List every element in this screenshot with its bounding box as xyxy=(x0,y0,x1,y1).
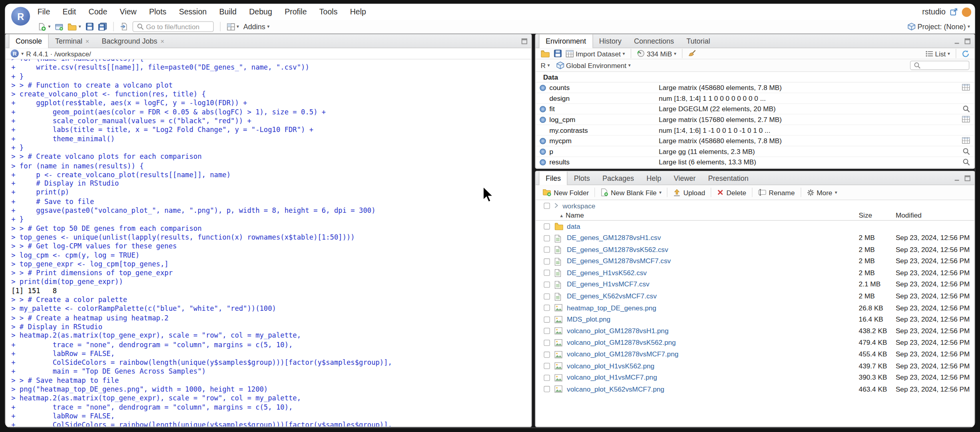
menu-tools[interactable]: Tools xyxy=(319,8,338,16)
minimize-pane-icon[interactable] xyxy=(954,38,960,44)
tab-presentation[interactable]: Presentation xyxy=(702,171,755,184)
menu-view[interactable]: View xyxy=(120,8,137,16)
file-name-link[interactable]: DE_genes_H1vsMCF7.csv xyxy=(567,280,649,288)
file-name-link[interactable]: volcano_plot_K562vsMCF7.png xyxy=(567,385,664,393)
file-checkbox[interactable] xyxy=(544,363,550,369)
file-checkbox[interactable] xyxy=(544,316,550,323)
inspect-object-icon[interactable] xyxy=(962,158,970,166)
file-checkbox[interactable] xyxy=(544,270,550,276)
go-to-file-box[interactable] xyxy=(132,21,213,32)
file-name-link[interactable]: DE_genes_GM12878vsH1.csv xyxy=(567,234,661,242)
menu-file[interactable]: File xyxy=(38,8,50,16)
menu-session[interactable]: Session xyxy=(179,8,207,16)
tab-files[interactable]: Files xyxy=(539,171,568,185)
menu-help[interactable]: Help xyxy=(350,8,366,16)
inspect-object-icon[interactable] xyxy=(962,105,970,113)
file-name-link[interactable]: DE_genes_GM12878vsMCF7.csv xyxy=(567,257,671,265)
file-checkbox[interactable] xyxy=(544,293,550,300)
environment-row[interactable]: designnum [1:8, 1:4] 1 1 0 0 0 0 0 0 0 0… xyxy=(536,93,974,104)
open-in-browser-icon[interactable] xyxy=(950,8,958,16)
file-name-link[interactable]: volcano_plot_GM12878vsMCF7.png xyxy=(567,350,678,358)
column-header-name[interactable]: Name xyxy=(566,212,584,219)
tab-help[interactable]: Help xyxy=(640,171,667,184)
user-avatar[interactable] xyxy=(962,7,971,16)
file-checkbox[interactable] xyxy=(544,328,550,334)
file-name-link[interactable]: volcano_plot_GM12878vsH1.png xyxy=(567,327,668,335)
view-mode-button[interactable]: List ▾ xyxy=(926,50,950,57)
menu-code[interactable]: Code xyxy=(89,8,108,16)
delete-button[interactable]: Delete xyxy=(714,188,749,196)
file-checkbox[interactable] xyxy=(544,340,550,346)
tab-viewer[interactable]: Viewer xyxy=(667,171,702,184)
tab-plots[interactable]: Plots xyxy=(568,171,596,184)
file-checkbox[interactable] xyxy=(544,386,550,392)
maximize-pane-icon[interactable] xyxy=(964,38,971,44)
close-tab-icon[interactable]: × xyxy=(86,37,90,45)
close-tab-icon[interactable]: × xyxy=(160,37,164,45)
environment-row[interactable]: pLarge gg (11 elements, 2.3 MB) xyxy=(536,146,974,157)
new-folder-button[interactable]: New Folder xyxy=(540,188,592,196)
file-checkbox[interactable] xyxy=(544,351,550,358)
view-table-icon[interactable] xyxy=(962,137,970,144)
view-table-icon[interactable] xyxy=(962,84,970,91)
maximize-pane-icon[interactable] xyxy=(964,175,971,182)
environment-row[interactable]: countsLarge matrix (458680 elements, 7.8… xyxy=(536,82,974,93)
file-name-link[interactable]: volcano_plot_H1vsK562.png xyxy=(567,362,654,370)
select-all-checkbox[interactable] xyxy=(544,202,550,209)
language-selector[interactable]: R ▾ xyxy=(541,62,550,69)
tab-console[interactable]: Console xyxy=(9,34,49,48)
refresh-icon[interactable] xyxy=(962,50,970,57)
save-button[interactable] xyxy=(86,22,94,30)
file-checkbox[interactable] xyxy=(544,246,550,253)
new-project-button[interactable] xyxy=(55,22,63,30)
tab-packages[interactable]: Packages xyxy=(596,171,640,184)
project-menu-button[interactable]: Project: (None) ▾ xyxy=(907,22,970,30)
environment-row[interactable]: log_cpmLarge matrix (157680 elements, 2.… xyxy=(536,114,974,125)
save-all-button[interactable] xyxy=(98,22,107,30)
file-checkbox[interactable] xyxy=(544,235,550,241)
open-file-button[interactable]: ▾ xyxy=(68,23,81,30)
tab-terminal[interactable]: Terminal× xyxy=(49,34,96,48)
environment-search-box[interactable] xyxy=(910,61,970,70)
new-blank-file-button[interactable]: New Blank File▾ xyxy=(598,188,665,196)
clear-objects-icon[interactable] xyxy=(688,50,696,58)
breadcrumb-folder[interactable]: workspace xyxy=(562,202,595,209)
upload-button[interactable]: Upload xyxy=(670,188,708,196)
menu-edit[interactable]: Edit xyxy=(63,8,76,16)
environment-scope-selector[interactable]: Global Environment ▾ xyxy=(556,61,631,69)
file-name-link[interactable]: heatmap_top_DE_genes.png xyxy=(567,304,656,311)
file-name-link[interactable]: volcano_plot_GM12878vsK562.png xyxy=(567,339,676,346)
addins-button[interactable]: Addins ▾ xyxy=(243,23,270,30)
tab-history[interactable]: History xyxy=(593,34,627,48)
file-name-link[interactable]: DE_genes_K562vsMCF7.csv xyxy=(567,292,657,300)
file-checkbox[interactable] xyxy=(544,374,550,381)
environment-row[interactable]: resultsLarge list (6 elements, 13.3 MB) xyxy=(536,157,974,168)
column-header-modified[interactable]: Modified xyxy=(896,212,922,219)
r-version-icon[interactable]: R xyxy=(11,50,19,58)
environment-row[interactable]: my.contrastsnum [1:4, 1:6] 1 -1 0 0 1 0 … xyxy=(536,125,974,136)
inspect-object-icon[interactable] xyxy=(962,148,970,155)
tab-tutorial[interactable]: Tutorial xyxy=(680,34,717,48)
rename-button[interactable]: Rename xyxy=(755,188,798,196)
environment-row[interactable]: mycpmLarge matrix (458680 elements, 7.8 … xyxy=(536,136,974,146)
file-checkbox[interactable] xyxy=(544,282,550,288)
load-workspace-icon[interactable] xyxy=(541,50,550,57)
column-header-size[interactable]: Size xyxy=(859,212,872,219)
file-name-link[interactable]: volcano_plot_H1vsMCF7.png xyxy=(567,374,657,381)
file-checkbox[interactable] xyxy=(544,258,550,264)
file-name-link[interactable]: DE_genes_GM12878vsK562.csv xyxy=(567,246,668,253)
menu-profile[interactable]: Profile xyxy=(285,8,307,16)
environment-row[interactable]: fitLarge DGEGLM (22 elements, 20 MB) xyxy=(536,104,974,115)
minimize-pane-icon[interactable] xyxy=(954,175,960,182)
menu-debug[interactable]: Debug xyxy=(249,8,272,16)
file-checkbox[interactable] xyxy=(544,223,550,230)
tab-environment[interactable]: Environment xyxy=(539,34,593,48)
file-name-link[interactable]: DE_genes_H1vsK562.csv xyxy=(567,269,647,276)
tab-background-jobs[interactable]: Background Jobs× xyxy=(96,34,171,48)
environment-search-input[interactable] xyxy=(923,62,966,69)
memory-usage-button[interactable]: 334 MiB ▾ xyxy=(637,50,676,58)
file-checkbox[interactable] xyxy=(544,305,550,311)
console-output-area[interactable]: > for (name in names(results)) {+ write.… xyxy=(6,60,531,427)
import-dataset-button[interactable]: Import Dataset ▾ xyxy=(566,50,625,57)
menu-build[interactable]: Build xyxy=(219,8,236,16)
